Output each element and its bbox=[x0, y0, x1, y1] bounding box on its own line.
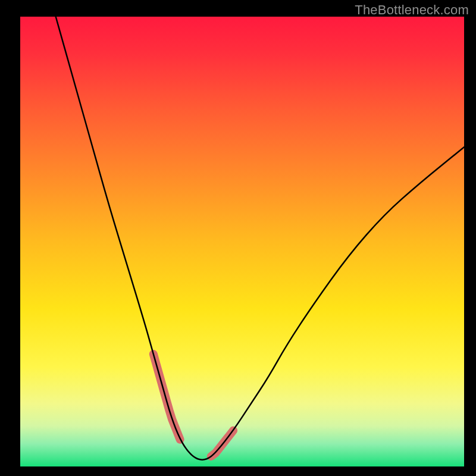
gradient-background bbox=[20, 17, 464, 466]
outer-frame: TheBottleneck.com bbox=[0, 0, 476, 476]
chart-svg bbox=[20, 17, 464, 466]
watermark-label: TheBottleneck.com bbox=[355, 2, 469, 18]
chart-area bbox=[20, 17, 464, 466]
